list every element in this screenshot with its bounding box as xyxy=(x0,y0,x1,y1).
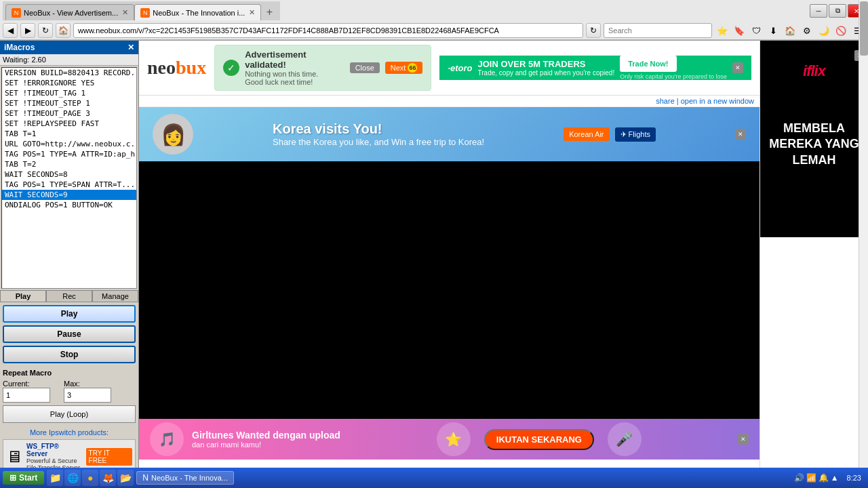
taskbar-firefox-icon[interactable]: 🦊 xyxy=(100,470,116,486)
imacros-status-text: Waiting: 2.60 xyxy=(3,56,46,64)
control-buttons: Play Pause Stop xyxy=(0,302,138,366)
home-button[interactable]: 🏠 xyxy=(56,23,71,38)
bookmark-icon[interactable]: 🔖 xyxy=(732,23,747,38)
macro-line-0[interactable]: VERSION BUILD=8820413 RECORD... xyxy=(2,68,136,78)
tab-manage[interactable]: Manage xyxy=(92,290,138,302)
macro-line-10[interactable]: WAIT SECONDS=8 xyxy=(2,169,136,180)
tab-1[interactable]: N NeoBux - View Advertisem... ✕ xyxy=(5,4,134,20)
macro-line-8[interactable]: TAG POS=1 TYPE=A ATTR=ID:ap_h xyxy=(2,149,136,159)
korea-subtitle: Share the Korea you like, and Win a free… xyxy=(273,137,484,147)
korea-ad-close[interactable]: ✕ xyxy=(735,129,746,140)
more-ipswich-text: More Ipswitch products: xyxy=(30,428,108,436)
taskbar-quick-launch: 📁 🌐 ● 🦊 📂 xyxy=(47,470,134,486)
korea-right-icons: Korean Air ✈ Flights xyxy=(564,127,656,142)
macro-line-5[interactable]: SET !REPLAYSPEED FAST xyxy=(2,119,136,129)
settings-icon[interactable]: ⚙ xyxy=(800,23,814,38)
tray-speaker-icon[interactable]: 🔊 xyxy=(794,473,804,483)
tab-rec[interactable]: Rec xyxy=(46,290,92,302)
restore-button[interactable]: ⧉ xyxy=(829,4,846,18)
block-icon[interactable]: 🚫 xyxy=(833,23,848,38)
repeat-macro-label: Repeat Macro xyxy=(3,369,136,377)
try-button[interactable]: TRY IT FREE xyxy=(86,448,132,466)
trade-risk: Only risk capital you're prepared to los… xyxy=(620,73,727,80)
refresh-button[interactable]: ↻ xyxy=(586,23,601,38)
macro-line-9[interactable]: TAB T=2 xyxy=(2,159,136,169)
taskbar-folder-icon[interactable]: 📁 xyxy=(47,470,63,486)
validated-info: Advertisement validated! Nothing won thi… xyxy=(245,49,344,86)
max-input[interactable] xyxy=(64,388,111,403)
home2-icon[interactable]: 🏠 xyxy=(783,23,797,38)
taskbar-chrome-icon[interactable]: ● xyxy=(82,470,98,486)
tab-2[interactable]: N NeoBux - The Innovation i... ✕ xyxy=(134,4,261,20)
imacros-panel: iMacros ✕ Waiting: 2.60 VERSION BUILD=88… xyxy=(0,41,139,474)
trade-now-button[interactable]: Trade Now! xyxy=(620,56,676,72)
flights-logo: ✈ Flights xyxy=(615,127,656,142)
more-ipswich-link[interactable]: More Ipswitch products: xyxy=(0,426,138,439)
tray-notification-icon[interactable]: 🔔 xyxy=(818,473,829,483)
tab-2-close[interactable]: ✕ xyxy=(249,8,255,17)
tab-play[interactable]: Play xyxy=(0,290,46,302)
macro-tab-row: Play Rec Manage xyxy=(0,290,138,302)
ikutan-button[interactable]: IKUTAN SEKARANG xyxy=(484,429,594,450)
taskbar-explorer-icon[interactable]: 📂 xyxy=(117,470,134,486)
iflix-logo: iflix xyxy=(803,62,825,80)
play-button[interactable]: Play xyxy=(3,305,136,323)
main-layout: iMacros ✕ Waiting: 2.60 VERSION BUILD=88… xyxy=(0,41,868,474)
next-count-badge: 66 xyxy=(408,63,417,73)
validated-sub2: Good luck next time! xyxy=(245,78,344,86)
stop-button[interactable]: Stop xyxy=(3,346,136,363)
search-input[interactable] xyxy=(604,23,712,38)
korea-banner[interactable]: 👩 Korea visits You! Share the Korea you … xyxy=(139,107,760,161)
etoro-close-icon[interactable]: ✕ xyxy=(732,62,743,73)
url-bar[interactable] xyxy=(73,23,583,38)
share-link[interactable]: share xyxy=(656,97,675,105)
macro-line-12[interactable]: WAIT SECONDS=9 xyxy=(2,190,136,200)
tray-arrow-icon[interactable]: ▲ xyxy=(831,473,839,483)
right-ad-panel: ✕ iflix MEMBELAMEREKA YANGLEMAH xyxy=(760,41,868,474)
download-icon[interactable]: ⬇ xyxy=(766,23,781,38)
macro-line-3[interactable]: SET !TIMEOUT_STEP 1 xyxy=(2,98,136,108)
star-icon[interactable]: ⭐ xyxy=(715,23,730,38)
imacros-close-icon[interactable]: ✕ xyxy=(127,43,134,52)
new-tab-button[interactable]: + xyxy=(261,4,277,20)
tray-network-icon[interactable]: 📶 xyxy=(806,473,816,483)
macro-line-2[interactable]: SET !TIMEOUT_TAG 1 xyxy=(2,88,136,98)
macro-line-13[interactable]: ONDIALOG POS=1 BUTTON=OK xyxy=(2,200,136,210)
shield-icon[interactable]: 🛡 xyxy=(749,23,764,38)
validated-bar: ✓ Advertisement validated! Nothing won t… xyxy=(214,45,431,91)
taskbar-task-neobux[interactable]: N NeoBux - The Innova... xyxy=(136,471,234,485)
moon-icon[interactable]: 🌙 xyxy=(816,23,831,38)
neobux-logo: neobux xyxy=(147,57,206,79)
macro-line-6[interactable]: TAB T=1 xyxy=(2,129,136,139)
play-loop-button[interactable]: Play (Loop) xyxy=(3,405,136,423)
macro-list[interactable]: VERSION BUILD=8820413 RECORD...SET !ERRO… xyxy=(1,67,137,289)
next-ad-button[interactable]: Next 66 xyxy=(385,62,423,74)
back-button[interactable]: ◀ xyxy=(3,23,18,38)
tab-2-favicon: N xyxy=(140,8,150,18)
minimize-button[interactable]: ─ xyxy=(810,4,827,18)
max-label: Max: xyxy=(64,380,111,388)
girltunes-sub: dan cari mami kamu! xyxy=(192,441,340,449)
girltunes-ad-close[interactable]: ✕ xyxy=(738,434,749,445)
korean-air-logo: Korean Air xyxy=(564,127,609,141)
tab-1-close[interactable]: ✕ xyxy=(122,8,128,17)
validated-title: Advertisement validated! xyxy=(245,49,344,70)
macro-line-7[interactable]: URL GOTO=http://www.neobux.c... xyxy=(2,139,136,149)
macro-line-4[interactable]: SET !TIMEOUT_PAGE 3 xyxy=(2,108,136,119)
repeat-row: Current: Max: xyxy=(3,380,136,403)
close-ad-button[interactable]: Close xyxy=(350,62,380,73)
page-scrollbar[interactable] xyxy=(859,0,868,488)
macro-line-11[interactable]: TAG POS=1 TYPE=SPAN ATTR=T... xyxy=(2,180,136,190)
taskbar: ⊞ Start 📁 🌐 ● 🦊 📂 N NeoBux - The Innova.… xyxy=(0,468,868,488)
girltunes-banner[interactable]: 🎵 Girltunes Wanted dengan upload dan car… xyxy=(139,419,760,460)
pause-button[interactable]: Pause xyxy=(3,325,136,343)
imacros-title: iMacros xyxy=(4,43,35,52)
macro-line-1[interactable]: SET !ERRORIGNORE YES xyxy=(2,78,136,88)
taskbar-ie-icon[interactable]: 🌐 xyxy=(64,470,81,486)
reload-button[interactable]: ↻ xyxy=(38,23,53,38)
current-input[interactable] xyxy=(3,388,50,403)
open-new-window-link[interactable]: open in a new window xyxy=(681,97,754,105)
start-button[interactable]: ⊞ Start xyxy=(3,471,44,485)
scroll-thumb[interactable] xyxy=(860,1,868,56)
forward-button[interactable]: ▶ xyxy=(20,23,35,38)
